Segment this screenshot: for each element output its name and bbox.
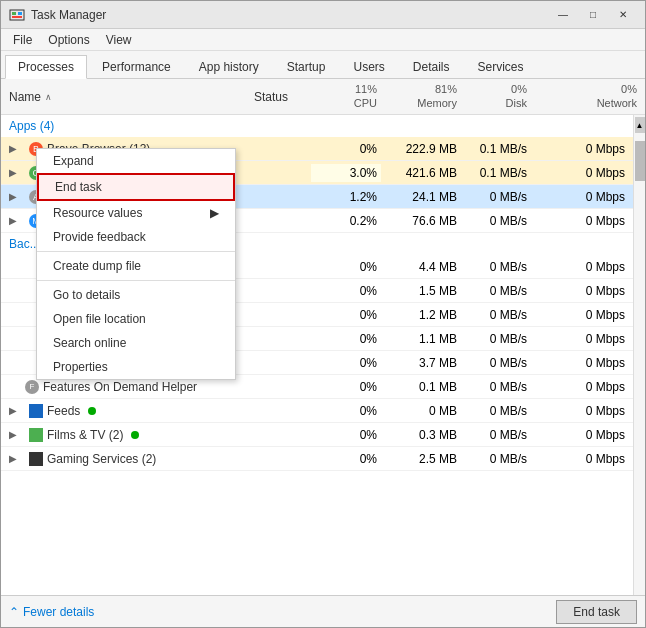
minimize-button[interactable]: —	[549, 5, 577, 25]
row-status	[231, 289, 311, 293]
expand-icon: ▶	[9, 215, 21, 226]
ctx-create-dump[interactable]: Create dump file	[37, 254, 235, 278]
row-cpu: 0%	[311, 426, 381, 444]
row-cpu: 0%	[311, 258, 381, 276]
title-controls: — □ ✕	[549, 5, 637, 25]
row-disk: 0 MB/s	[461, 354, 531, 372]
green-status-dot	[131, 431, 139, 439]
apps-section-header: Apps (4)	[1, 115, 633, 137]
title-bar-left: Task Manager	[9, 7, 106, 23]
maximize-button[interactable]: □	[579, 5, 607, 25]
row-status	[231, 337, 311, 341]
row-disk: 0 MB/s	[461, 450, 531, 468]
expand-icon: ▶	[9, 405, 21, 416]
row-status	[231, 265, 311, 269]
chevron-down-icon: ⌃	[9, 605, 19, 619]
row-cpu: 3.0%	[311, 164, 381, 182]
row-disk: 0 MB/s	[461, 306, 531, 324]
row-cpu: 0%	[311, 378, 381, 396]
window-title: Task Manager	[31, 8, 106, 22]
context-menu: Expand End task Resource values ▶ Provid…	[36, 148, 236, 380]
row-memory: 76.6 MB	[381, 212, 461, 230]
row-name: ▶ Feeds	[1, 402, 231, 420]
table-row[interactable]: ▶ Films & TV (2) 0% 0.3 MB 0 MB/s 0 Mbps	[1, 423, 633, 447]
row-status	[231, 385, 311, 389]
menu-file[interactable]: File	[5, 31, 40, 49]
tab-app-history[interactable]: App history	[186, 55, 272, 78]
row-memory: 0.3 MB	[381, 426, 461, 444]
menu-bar: File Options View	[1, 29, 645, 51]
row-memory: 0 MB	[381, 402, 461, 420]
col-network-header[interactable]: 0% Network	[531, 79, 645, 113]
row-network: 0 Mbps	[531, 212, 633, 230]
row-disk: 0.1 MB/s	[461, 164, 531, 182]
row-status	[231, 433, 311, 437]
task-manager-window: Task Manager — □ ✕ File Options View Pro…	[0, 0, 646, 628]
ctx-properties[interactable]: Properties	[37, 355, 235, 379]
row-network: 0 Mbps	[531, 282, 633, 300]
expand-icon: ▶	[9, 191, 21, 202]
row-disk: 0 MB/s	[461, 212, 531, 230]
row-disk: 0.1 MB/s	[461, 140, 531, 158]
row-network: 0 Mbps	[531, 188, 633, 206]
col-cpu-header[interactable]: 11% CPU	[311, 79, 381, 113]
films-icon	[29, 428, 43, 442]
row-name: ▶ Films & TV (2)	[1, 426, 231, 444]
row-status	[231, 313, 311, 317]
tab-processes[interactable]: Processes	[5, 55, 87, 79]
ctx-open-file[interactable]: Open file location	[37, 307, 235, 331]
fewer-details-button[interactable]: ⌃ Fewer details	[9, 605, 94, 619]
ctx-separator	[37, 280, 235, 281]
tab-performance[interactable]: Performance	[89, 55, 184, 78]
row-network: 0 Mbps	[531, 354, 633, 372]
row-disk: 0 MB/s	[461, 426, 531, 444]
row-status	[231, 171, 311, 175]
table-row[interactable]: ▶ Gaming Services (2) 0% 2.5 MB 0 MB/s 0…	[1, 447, 633, 471]
end-task-button[interactable]: End task	[556, 600, 637, 624]
ctx-search-online[interactable]: Search online	[37, 331, 235, 355]
app-icon: F	[25, 380, 39, 394]
scroll-thumb[interactable]	[635, 141, 645, 181]
row-memory: 1.2 MB	[381, 306, 461, 324]
row-network: 0 Mbps	[531, 258, 633, 276]
row-network: 0 Mbps	[531, 378, 633, 396]
ctx-resource-values[interactable]: Resource values ▶	[37, 201, 235, 225]
menu-view[interactable]: View	[98, 31, 140, 49]
row-disk: 0 MB/s	[461, 330, 531, 348]
ctx-separator	[37, 251, 235, 252]
scroll-up-btn[interactable]: ▲	[635, 117, 645, 133]
row-memory: 421.6 MB	[381, 164, 461, 182]
row-cpu: 0%	[311, 330, 381, 348]
col-status-header[interactable]: Status	[231, 86, 311, 108]
menu-options[interactable]: Options	[40, 31, 97, 49]
tab-startup[interactable]: Startup	[274, 55, 339, 78]
table-row[interactable]: ▶ Feeds 0% 0 MB 0 MB/s 0 Mbps	[1, 399, 633, 423]
col-name-header[interactable]: Name ∧	[1, 86, 231, 108]
row-memory: 4.4 MB	[381, 258, 461, 276]
row-network: 0 Mbps	[531, 164, 633, 182]
row-cpu: 0.2%	[311, 212, 381, 230]
row-network: 0 Mbps	[531, 306, 633, 324]
ctx-provide-feedback[interactable]: Provide feedback	[37, 225, 235, 249]
col-disk-header[interactable]: 0% Disk	[461, 79, 531, 113]
scrollbar[interactable]: ▲	[633, 115, 645, 595]
col-memory-header[interactable]: 81% Memory	[381, 79, 461, 113]
close-button[interactable]: ✕	[609, 5, 637, 25]
ctx-end-task[interactable]: End task	[37, 173, 235, 201]
row-status	[231, 361, 311, 365]
title-bar: Task Manager — □ ✕	[1, 1, 645, 29]
ctx-expand[interactable]: Expand	[37, 149, 235, 173]
expand-icon: ▶	[9, 429, 21, 440]
status-bar: ⌃ Fewer details End task	[1, 595, 645, 627]
row-disk: 0 MB/s	[461, 402, 531, 420]
tab-users[interactable]: Users	[340, 55, 397, 78]
row-memory: 1.5 MB	[381, 282, 461, 300]
tab-details[interactable]: Details	[400, 55, 463, 78]
tab-services[interactable]: Services	[465, 55, 537, 78]
row-network: 0 Mbps	[531, 450, 633, 468]
row-memory: 2.5 MB	[381, 450, 461, 468]
ctx-go-to-details[interactable]: Go to details	[37, 283, 235, 307]
row-cpu: 0%	[311, 282, 381, 300]
expand-icon: ▶	[9, 143, 21, 154]
content-area: Name ∧ Status 11% CPU 81% Memory	[1, 79, 645, 595]
